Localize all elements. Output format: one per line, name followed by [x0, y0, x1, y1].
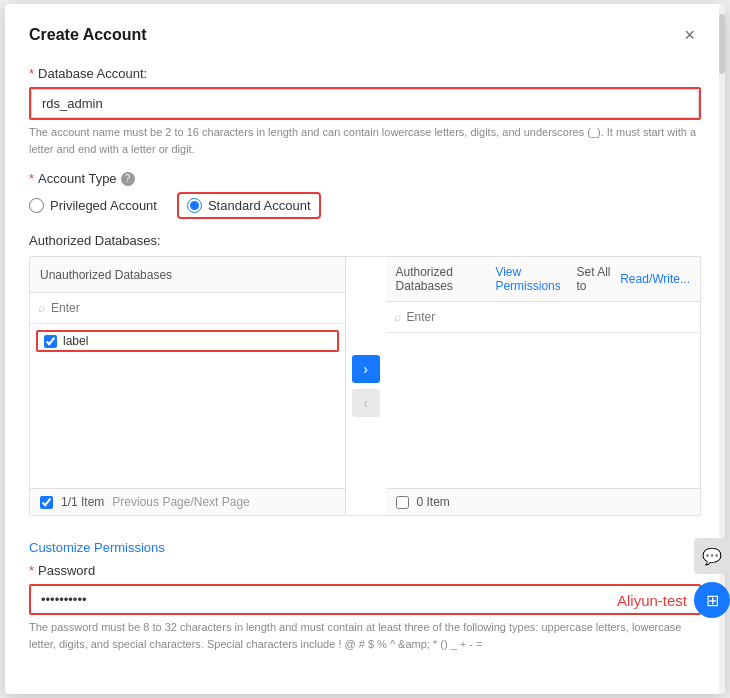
- chat-button[interactable]: 💬: [694, 538, 730, 574]
- required-star-type: *: [29, 171, 34, 186]
- unauthorized-search-input[interactable]: [51, 301, 337, 315]
- move-left-button[interactable]: ‹: [352, 389, 380, 417]
- privileged-account-option[interactable]: Privileged Account: [29, 198, 157, 213]
- help-icon[interactable]: ?: [121, 172, 135, 186]
- select-all-checkbox[interactable]: [40, 496, 53, 509]
- grid-icon: ⊞: [706, 591, 719, 610]
- authorized-db-label: Authorized Databases:: [29, 233, 701, 248]
- required-star: *: [29, 66, 34, 81]
- db-transfer-container: Unauthorized Databases ⌕ label 1/1 Item …: [29, 256, 701, 516]
- db-account-hint: The account name must be 2 to 16 charact…: [29, 124, 701, 157]
- unauthorized-search: ⌕: [30, 293, 345, 324]
- sidebar-icons: 💬 ⊞: [694, 538, 730, 618]
- unauthorized-footer: 1/1 Item Previous Page/Next Page: [30, 488, 345, 515]
- account-type-radio-group: Privileged Account Standard Account: [29, 192, 701, 219]
- authorized-select-all-checkbox[interactable]: [396, 496, 409, 509]
- unauthorized-db-list: label: [30, 324, 345, 488]
- authorized-panel-header: Authorized Databases View Permissions Se…: [386, 257, 701, 302]
- move-right-button[interactable]: ›: [352, 355, 380, 383]
- password-group: * Password Aliyun-test The password must…: [29, 563, 701, 652]
- db-item-checkbox[interactable]: [44, 335, 57, 348]
- password-label: * Password: [29, 563, 701, 578]
- authorized-db-list: [386, 333, 701, 488]
- close-button[interactable]: ×: [678, 24, 701, 46]
- account-type-label: * Account Type ?: [29, 171, 701, 186]
- view-permissions-link[interactable]: View Permissions: [495, 265, 570, 293]
- unauthorized-panel: Unauthorized Databases ⌕ label 1/1 Item …: [30, 257, 346, 515]
- authorized-db-group: Authorized Databases: Unauthorized Datab…: [29, 233, 701, 516]
- db-account-group: * Database Account: The account name mus…: [29, 66, 701, 157]
- unauthorized-search-icon: ⌕: [38, 301, 45, 315]
- chat-icon: 💬: [702, 547, 722, 566]
- transfer-arrows: › ‹: [346, 257, 386, 515]
- left-page-nav[interactable]: Previous Page/Next Page: [112, 495, 249, 509]
- read-write-link[interactable]: Read/Write...: [620, 272, 690, 286]
- privileged-radio[interactable]: [29, 198, 44, 213]
- dialog-header: Create Account ×: [29, 24, 701, 46]
- standard-radio[interactable]: [187, 198, 202, 213]
- create-account-dialog: Create Account × * Database Account: The…: [5, 4, 725, 694]
- db-account-input-wrap: [29, 87, 701, 120]
- scrollbar-thumb[interactable]: [719, 14, 725, 74]
- db-list-item[interactable]: label: [36, 330, 339, 352]
- authorized-panel: Authorized Databases View Permissions Se…: [386, 257, 701, 515]
- account-type-group: * Account Type ? Privileged Account Stan…: [29, 171, 701, 219]
- password-input[interactable]: [31, 586, 699, 613]
- authorized-search-icon: ⌕: [394, 310, 401, 324]
- grid-button[interactable]: ⊞: [694, 582, 730, 618]
- password-hint: The password must be 8 to 32 characters …: [29, 619, 701, 652]
- db-account-label: * Database Account:: [29, 66, 701, 81]
- db-account-input[interactable]: [31, 89, 699, 118]
- authorized-search-input[interactable]: [407, 310, 693, 324]
- customize-permissions-link[interactable]: Customize Permissions: [29, 540, 165, 555]
- unauthorized-panel-header: Unauthorized Databases: [30, 257, 345, 293]
- authorized-search: ⌕: [386, 302, 701, 333]
- dialog-title: Create Account: [29, 26, 147, 44]
- password-input-wrap: Aliyun-test: [29, 584, 701, 615]
- authorized-footer: 0 Item: [386, 488, 701, 515]
- required-star-pwd: *: [29, 563, 34, 578]
- standard-account-option[interactable]: Standard Account: [177, 192, 321, 219]
